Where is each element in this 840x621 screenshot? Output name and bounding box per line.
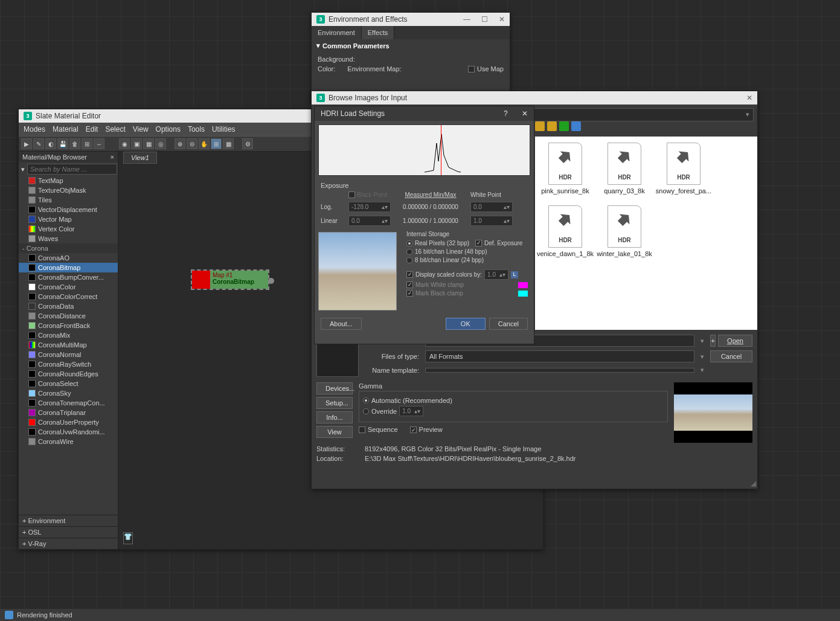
view-button[interactable]: View bbox=[316, 426, 353, 438]
file-item[interactable]: HDRpink_sunrise_8k bbox=[541, 143, 589, 195]
histogram[interactable] bbox=[318, 124, 530, 176]
tab-effects[interactable]: Effects bbox=[362, 26, 394, 39]
gamma-override-radio[interactable] bbox=[363, 408, 369, 414]
node-output-socket[interactable] bbox=[268, 278, 274, 284]
map-item[interactable]: CoronaNormal bbox=[19, 350, 118, 359]
lock-icon[interactable]: L bbox=[511, 271, 518, 278]
cancel-button[interactable]: Cancel bbox=[710, 350, 752, 362]
map-item[interactable]: Waves bbox=[19, 234, 118, 243]
preview-checkbox[interactable] bbox=[410, 426, 417, 433]
menu-material[interactable]: Material bbox=[53, 125, 79, 134]
category-item[interactable]: + V-Ray bbox=[19, 538, 118, 549]
category-item[interactable]: + Environment bbox=[19, 515, 118, 526]
refresh-icon[interactable] bbox=[559, 121, 569, 131]
real-pixels-radio[interactable] bbox=[406, 240, 412, 246]
tool-sample[interactable]: ◎ bbox=[155, 138, 166, 149]
map-item[interactable]: CoronaRaySwitch bbox=[19, 359, 118, 369]
map-item[interactable]: CoronaDistance bbox=[19, 311, 118, 321]
menu-options[interactable]: Options bbox=[156, 125, 181, 134]
plus-button[interactable]: + bbox=[710, 335, 716, 347]
map-item[interactable]: CoronaUvwRandomi... bbox=[19, 427, 118, 437]
map-item[interactable]: CoronaTriplanar bbox=[19, 408, 118, 417]
devices-button[interactable]: Devices... bbox=[316, 382, 353, 394]
tool-zoom-out[interactable]: ⊖ bbox=[187, 138, 197, 149]
chevron-down-icon[interactable]: ▾ bbox=[701, 337, 704, 345]
tool-move[interactable]: ↔ bbox=[94, 138, 104, 149]
map-item[interactable]: CoronaMultiMap bbox=[19, 340, 118, 350]
map-item[interactable]: CoronaMix bbox=[19, 330, 118, 340]
file-item[interactable]: HDRquarry_03_8k bbox=[600, 143, 649, 195]
tool-layout[interactable]: ⊞ bbox=[82, 138, 92, 149]
close-icon[interactable]: ✕ bbox=[522, 109, 528, 118]
file-item[interactable]: HDRsnowy_forest_pa... bbox=[659, 143, 708, 195]
resize-grip-icon[interactable]: ◢ bbox=[751, 479, 756, 487]
tool-settings[interactable]: ⚙ bbox=[242, 138, 253, 149]
16bit-radio[interactable] bbox=[406, 249, 412, 255]
new-folder-icon[interactable] bbox=[547, 121, 557, 131]
tool-layout-all[interactable]: ⊞ bbox=[211, 138, 222, 149]
map-item[interactable]: Vector Map bbox=[19, 214, 118, 224]
display-scaled-checkbox[interactable] bbox=[406, 271, 413, 278]
category-corona[interactable]: - Corona bbox=[19, 243, 118, 253]
linear-blackpoint-spinner[interactable]: 0.0▴▾ bbox=[348, 216, 391, 226]
map-item[interactable]: CoronaSky bbox=[19, 388, 118, 398]
gamma-value-spinner[interactable]: 1.0▴▾ bbox=[399, 406, 423, 416]
filetype-dropdown[interactable]: All Formats bbox=[425, 350, 694, 362]
menu-edit[interactable]: Edit bbox=[86, 125, 98, 134]
tool-pan[interactable]: ✋ bbox=[199, 138, 210, 149]
8bit-radio[interactable] bbox=[406, 257, 412, 263]
view-mode-icon[interactable] bbox=[571, 121, 581, 131]
log-blackpoint-spinner[interactable]: -128.0▴▾ bbox=[348, 202, 391, 212]
black-clamp-color[interactable] bbox=[518, 291, 528, 297]
nametpl-dropdown[interactable] bbox=[425, 368, 694, 373]
tool-picker[interactable]: ✎ bbox=[33, 138, 44, 149]
map-item[interactable]: CoronaWire bbox=[19, 437, 118, 446]
linear-whitepoint-spinner[interactable]: 1.0▴▾ bbox=[470, 216, 513, 226]
map-item[interactable]: Tiles bbox=[19, 195, 118, 205]
map-item[interactable]: CoronaAO bbox=[19, 253, 118, 263]
open-button[interactable]: Open bbox=[718, 335, 752, 347]
folder-up-icon[interactable] bbox=[535, 121, 545, 131]
gamma-auto-radio[interactable] bbox=[363, 397, 369, 404]
map-item[interactable]: Vertex Color bbox=[19, 224, 118, 234]
tool-bg[interactable]: ▦ bbox=[143, 138, 154, 149]
tool-delete[interactable]: 🗑 bbox=[69, 138, 80, 149]
tool-save[interactable]: 💾 bbox=[57, 138, 68, 149]
env-titlebar[interactable]: 3 Environment and Effects — ☐ ✕ bbox=[312, 13, 510, 26]
map-item[interactable]: CoronaColorCorrect bbox=[19, 292, 118, 301]
menu-modes[interactable]: Modes bbox=[24, 125, 45, 134]
info-button[interactable]: Info... bbox=[316, 411, 353, 423]
close-icon[interactable]: ✕ bbox=[499, 15, 505, 24]
map-item[interactable]: CoronaBitmap bbox=[19, 263, 118, 272]
tool-assign[interactable]: ◐ bbox=[45, 138, 56, 149]
tool-pointer[interactable]: ▶ bbox=[21, 138, 32, 149]
chevron-down-icon[interactable]: ▾ bbox=[701, 366, 704, 374]
map-item[interactable]: CoronaUserProperty bbox=[19, 417, 118, 427]
close-icon[interactable]: ✕ bbox=[746, 94, 752, 102]
cancel-button[interactable]: Cancel bbox=[489, 318, 528, 330]
material-node[interactable]: Map #1 CoronaBitmap bbox=[191, 269, 269, 290]
blackpoint-checkbox[interactable] bbox=[348, 191, 355, 198]
map-item[interactable]: CoronaBumpConver... bbox=[19, 272, 118, 282]
tab-environment[interactable]: Environment bbox=[312, 26, 362, 39]
ok-button[interactable]: OK bbox=[446, 318, 486, 330]
maximize-icon[interactable]: ☐ bbox=[481, 15, 488, 24]
def-exposure-checkbox[interactable] bbox=[475, 240, 482, 246]
setup-button[interactable]: Setup... bbox=[316, 397, 353, 409]
map-item[interactable]: TextureObjMask bbox=[19, 185, 118, 195]
display-scaled-spinner[interactable]: 1.0▴▾ bbox=[484, 269, 508, 280]
mark-black-checkbox[interactable] bbox=[406, 290, 413, 297]
menu-utilities[interactable]: Utilities bbox=[212, 125, 236, 134]
tool-preview[interactable]: ▣ bbox=[131, 138, 142, 149]
chevron-down-icon[interactable]: ▾ bbox=[21, 166, 25, 173]
file-item[interactable]: HDRvenice_dawn_1_8k bbox=[541, 205, 589, 257]
category-item[interactable]: + OSL bbox=[19, 526, 118, 538]
white-clamp-color[interactable] bbox=[518, 282, 528, 288]
help-icon[interactable]: ? bbox=[504, 109, 508, 118]
about-button[interactable]: About... bbox=[321, 318, 362, 330]
minimize-icon[interactable]: — bbox=[463, 15, 470, 24]
file-browser-area[interactable]: HDRpink_sunrise_8kHDRquarry_03_8kHDRsnow… bbox=[535, 137, 757, 330]
search-input[interactable] bbox=[27, 164, 117, 175]
view-tab[interactable]: View1 bbox=[123, 152, 157, 164]
menu-view[interactable]: View bbox=[133, 125, 149, 134]
